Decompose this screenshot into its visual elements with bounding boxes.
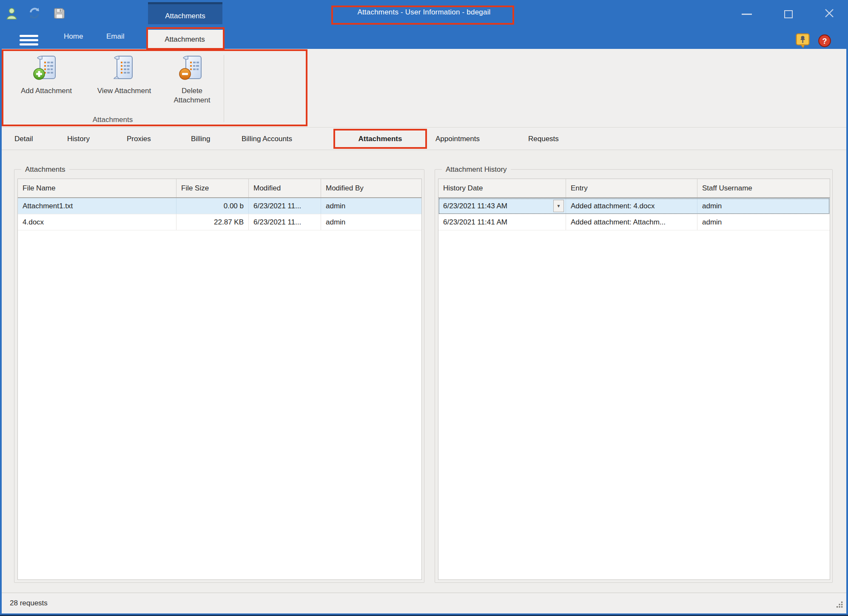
ribbon-group-separator <box>224 55 224 122</box>
attachments-grid-header: File Name File Size Modified Modified By <box>18 179 421 198</box>
svg-text:?: ? <box>822 37 827 45</box>
status-bar: 28 requests <box>2 593 846 613</box>
view-attachment-button[interactable]: View Attachment <box>86 51 162 96</box>
maximize-button[interactable] <box>780 8 797 20</box>
minimize-icon <box>742 14 752 15</box>
app-window: Attachments - User Information - bdegail… <box>0 0 848 616</box>
attachment-row-1[interactable]: Attachment1.txt 0.00 b 6/23/2021 11... a… <box>18 198 421 214</box>
cell-file-name: Attachment1.txt <box>18 198 176 214</box>
column-header-history-date[interactable]: History Date <box>438 179 566 197</box>
history-grid: History Date Entry Staff Username 6/23/2… <box>438 179 830 580</box>
column-header-file-size[interactable]: File Size <box>176 179 249 197</box>
cell-file-name: 4.docx <box>18 214 176 230</box>
cell-history-date: 6/23/2021 11:43 AM ▼ <box>438 198 566 214</box>
chevron-down-icon: ▼ <box>557 204 561 208</box>
column-header-entry[interactable]: Entry <box>566 179 697 197</box>
history-row-1[interactable]: 6/23/2021 11:43 AM ▼ Added attachment: 4… <box>438 198 830 214</box>
cell-staff-username: admin <box>697 198 830 214</box>
tab-appointments[interactable]: Appointments <box>435 128 480 150</box>
history-group-label: Attachment History <box>442 165 511 174</box>
tab-proxies[interactable]: Proxies <box>127 128 151 150</box>
cell-file-size: 0.00 b <box>176 198 249 214</box>
add-attachment-label: Add Attachment <box>21 86 72 96</box>
cell-entry: Added attachment: 4.docx <box>566 198 697 214</box>
attachments-group-label: Attachments <box>21 165 69 174</box>
column-header-staff-username[interactable]: Staff Username <box>697 179 830 197</box>
ribbon-group-attachments: Add Attachment <box>2 49 846 128</box>
maximize-icon <box>784 10 793 18</box>
tab-billing[interactable]: Billing <box>191 128 210 150</box>
cell-modified: 6/23/2021 11... <box>249 198 321 214</box>
tab-requests[interactable]: Requests <box>528 128 559 150</box>
tab-history[interactable]: History <box>67 128 90 150</box>
hamburger-icon <box>20 35 38 37</box>
pin-note-button[interactable] <box>796 33 810 50</box>
date-dropdown-button[interactable]: ▼ <box>553 200 564 212</box>
help-icon: ? <box>818 42 831 49</box>
history-row-2[interactable]: 6/23/2021 11:41 AM Added attachment: Att… <box>438 214 830 230</box>
title-bar: Attachments - User Information - bdegail… <box>0 0 848 24</box>
tab-detail[interactable]: Detail <box>14 128 33 150</box>
view-attachment-label: View Attachment <box>97 86 151 96</box>
column-header-modified-by[interactable]: Modified By <box>321 179 421 197</box>
cell-modified-by: admin <box>321 198 421 214</box>
attachments-groupbox: Attachments File Name File Size Modified… <box>14 169 424 583</box>
resize-grip-icon[interactable] <box>837 602 843 610</box>
history-grid-header: History Date Entry Staff Username <box>438 179 830 198</box>
help-button[interactable]: ? <box>818 34 831 49</box>
delete-attachment-button[interactable]: Delete Attachment <box>165 51 219 105</box>
attachments-grid: File Name File Size Modified Modified By… <box>17 179 422 580</box>
cell-modified-by: admin <box>321 214 421 230</box>
column-header-file-name[interactable]: File Name <box>18 179 176 197</box>
close-button[interactable] <box>821 8 838 20</box>
ribbon-tab-attachments[interactable]: Attachments <box>146 30 223 49</box>
ribbon-tab-home[interactable]: Home <box>64 24 83 49</box>
cell-file-size: 22.87 KB <box>176 214 249 230</box>
view-attachment-icon <box>111 54 138 83</box>
status-text: 28 requests <box>10 599 48 607</box>
ribbon-group-label: Attachments <box>2 116 224 124</box>
minimize-button[interactable] <box>738 8 755 20</box>
add-attachment-button[interactable]: Add Attachment <box>8 51 85 96</box>
window-title: Attachments - User Information - bdegail <box>0 0 848 24</box>
ribbon-tab-email[interactable]: Email <box>106 24 125 49</box>
pin-note-icon <box>796 42 810 49</box>
ribbon-tab-row: Home Email Attachments ? <box>0 24 848 49</box>
attachment-row-2[interactable]: 4.docx 22.87 KB 6/23/2021 11... admin <box>18 214 421 230</box>
page-tab-strip: Detail History Proxies Billing Billing A… <box>2 128 846 150</box>
content-area: Attachments File Name File Size Modified… <box>2 150 846 593</box>
column-header-modified[interactable]: Modified <box>249 179 321 197</box>
close-icon <box>824 8 834 20</box>
cell-entry: Added attachment: Attachm... <box>566 214 697 230</box>
add-attachment-icon <box>33 54 60 83</box>
tab-attachments[interactable]: Attachments <box>333 128 427 150</box>
cell-staff-username: admin <box>697 214 830 230</box>
delete-attachment-icon <box>179 54 206 83</box>
cell-history-date: 6/23/2021 11:41 AM <box>438 214 566 230</box>
cell-modified: 6/23/2021 11... <box>249 214 321 230</box>
history-groupbox: Attachment History History Date Entry St… <box>435 169 833 583</box>
tab-billing-accounts[interactable]: Billing Accounts <box>242 128 292 150</box>
menu-button[interactable] <box>20 35 38 48</box>
delete-attachment-label: Delete Attachment <box>165 86 219 105</box>
